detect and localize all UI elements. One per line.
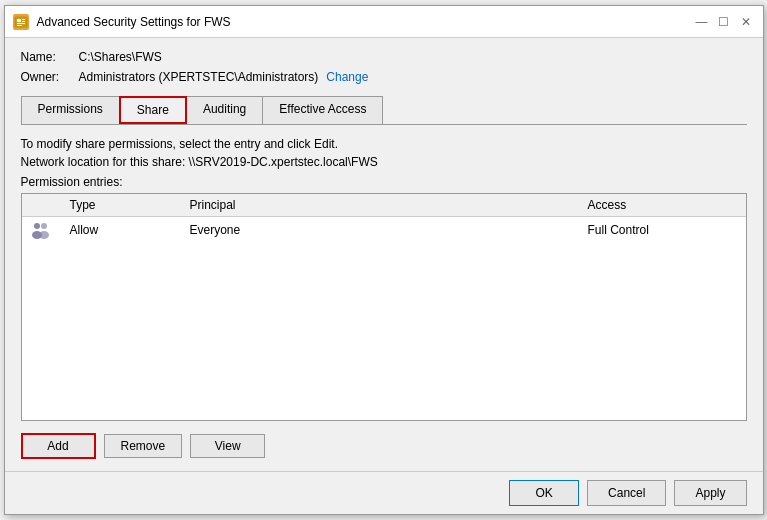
table-header: Type Principal Access bbox=[22, 194, 746, 217]
window-icon bbox=[13, 14, 29, 30]
main-content: Name: C:\Shares\FWS Owner: Administrator… bbox=[5, 38, 763, 471]
tab-share[interactable]: Share bbox=[119, 96, 187, 124]
name-row: Name: C:\Shares\FWS bbox=[21, 50, 747, 64]
cancel-button[interactable]: Cancel bbox=[587, 480, 666, 506]
row-icon bbox=[30, 221, 50, 239]
view-button[interactable]: View bbox=[190, 434, 265, 458]
name-value: C:\Shares\FWS bbox=[79, 50, 162, 64]
svg-point-6 bbox=[34, 223, 40, 229]
svg-rect-4 bbox=[17, 23, 25, 24]
tab-auditing[interactable]: Auditing bbox=[186, 96, 263, 124]
owner-row: Owner: Administrators (XPERTSTEC\Adminis… bbox=[21, 70, 747, 84]
minimize-button[interactable]: — bbox=[693, 13, 711, 31]
description-line2: Network location for this share: \\SRV20… bbox=[21, 155, 747, 169]
name-label: Name: bbox=[21, 50, 71, 64]
svg-point-9 bbox=[39, 231, 49, 239]
svg-point-8 bbox=[41, 223, 47, 229]
tab-content-share: To modify share permissions, select the … bbox=[21, 129, 747, 459]
action-buttons: Add Remove View bbox=[21, 433, 747, 459]
close-button[interactable]: ✕ bbox=[737, 13, 755, 31]
tab-effective-access[interactable]: Effective Access bbox=[262, 96, 383, 124]
owner-label: Owner: bbox=[21, 70, 71, 84]
owner-value: Administrators (XPERTSTEC\Administrators… bbox=[79, 70, 319, 84]
svg-rect-1 bbox=[17, 19, 21, 22]
row-principal: Everyone bbox=[190, 223, 588, 237]
tab-permissions[interactable]: Permissions bbox=[21, 96, 120, 124]
description-line1: To modify share permissions, select the … bbox=[21, 137, 747, 151]
remove-button[interactable]: Remove bbox=[104, 434, 183, 458]
add-button[interactable]: Add bbox=[21, 433, 96, 459]
col-access: Access bbox=[588, 198, 738, 212]
title-controls: — ☐ ✕ bbox=[693, 13, 755, 31]
title-bar: Advanced Security Settings for FWS — ☐ ✕ bbox=[5, 6, 763, 38]
svg-rect-3 bbox=[22, 21, 25, 22]
main-window: Advanced Security Settings for FWS — ☐ ✕… bbox=[4, 5, 764, 515]
change-owner-link[interactable]: Change bbox=[326, 70, 368, 84]
col-icon bbox=[30, 198, 70, 212]
apply-button[interactable]: Apply bbox=[674, 480, 746, 506]
ok-button[interactable]: OK bbox=[509, 480, 579, 506]
row-type: Allow bbox=[70, 223, 190, 237]
table-row[interactable]: Allow Everyone Full Control bbox=[22, 217, 746, 243]
svg-rect-2 bbox=[22, 19, 25, 20]
svg-rect-5 bbox=[17, 25, 22, 26]
entries-label: Permission entries: bbox=[21, 175, 747, 189]
col-type: Type bbox=[70, 198, 190, 212]
footer: OK Cancel Apply bbox=[5, 471, 763, 514]
col-principal: Principal bbox=[190, 198, 588, 212]
maximize-button[interactable]: ☐ bbox=[715, 13, 733, 31]
title-bar-left: Advanced Security Settings for FWS bbox=[13, 14, 231, 30]
window-title: Advanced Security Settings for FWS bbox=[37, 15, 231, 29]
row-access: Full Control bbox=[588, 223, 738, 237]
entries-table: Type Principal Access Allow Everyo bbox=[21, 193, 747, 421]
tabs-bar: Permissions Share Auditing Effective Acc… bbox=[21, 96, 747, 125]
